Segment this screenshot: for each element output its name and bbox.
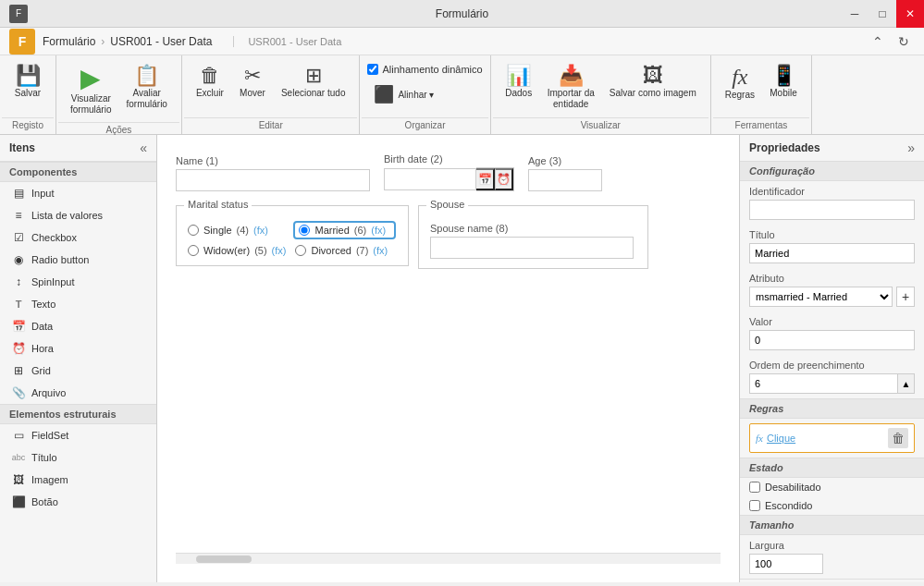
- salvar-imagem-label: Salvar como imagem: [610, 88, 696, 99]
- radio-married-label: Married: [314, 225, 349, 236]
- time-icon-button[interactable]: ⏰: [495, 168, 513, 190]
- radio-married-fx[interactable]: (fx): [371, 225, 386, 236]
- radio-widower-fx[interactable]: (fx): [272, 245, 287, 256]
- importar-button[interactable]: 📥 Importar daentidade: [541, 61, 601, 115]
- dados-label: Dados: [505, 88, 532, 99]
- radio-divorced-input[interactable]: [295, 245, 306, 256]
- sidebar-item-grid-label: Grid: [31, 365, 51, 376]
- sidebar-item-texto[interactable]: T Texto: [0, 293, 156, 315]
- sidebar-item-radio[interactable]: ◉ Radio button: [0, 249, 156, 271]
- dados-button[interactable]: 📊 Dados: [499, 61, 539, 104]
- sidebar-item-imagem[interactable]: 🖼 Imagem: [0, 469, 156, 491]
- props-regras-delete-button[interactable]: 🗑: [888, 428, 908, 448]
- refresh-button[interactable]: ↻: [893, 31, 915, 53]
- props-largura-row: Largura: [740, 535, 924, 579]
- age-input[interactable]: [528, 169, 602, 191]
- sidebar-item-fieldset[interactable]: ▭ FieldSet: [0, 424, 156, 446]
- sidebar-collapse-button[interactable]: «: [140, 140, 147, 155]
- props-escondido-check[interactable]: [749, 500, 760, 511]
- props-valor-input[interactable]: [749, 330, 915, 350]
- name-input[interactable]: [176, 169, 370, 191]
- regras-button[interactable]: fx Regras: [719, 61, 761, 105]
- alinhamento-label: Alinhamento dinâmico: [382, 64, 482, 75]
- sidebar-item-lista[interactable]: ≡ Lista de valores: [0, 204, 156, 226]
- spouse-name-field: Spouse name (8): [430, 223, 634, 259]
- selecionar-tudo-label: Selecionar tudo: [281, 88, 346, 99]
- sidebar-item-botao[interactable]: ⬛ Botão: [0, 491, 156, 513]
- props-identificador-input[interactable]: [749, 200, 915, 220]
- maximize-button[interactable]: □: [869, 0, 896, 28]
- importar-label: Importar daentidade: [548, 88, 595, 110]
- props-desabilitado-row[interactable]: Desabilitado: [740, 478, 924, 496]
- sidebar-item-grid[interactable]: ⊞ Grid: [0, 360, 156, 382]
- alinhar-button[interactable]: ⬛ Alinhar ▾: [367, 81, 440, 109]
- avaliar-formulario-button[interactable]: 📋 Avaliarformulário: [119, 61, 173, 115]
- props-ordem-label: Ordem de preenchimento: [749, 360, 915, 371]
- title-bar-controls: ─ □ ✕: [841, 0, 924, 28]
- excluir-button[interactable]: 🗑 Excluir: [190, 61, 230, 104]
- breadcrumb-sub: USR001 - User Data: [233, 36, 341, 47]
- props-configuracao-title: Configuração: [740, 162, 924, 181]
- titulo-icon: abc: [11, 450, 26, 465]
- props-header: Propriedades »: [740, 135, 924, 162]
- selecionar-tudo-button[interactable]: ⊞ Selecionar tudo: [275, 61, 352, 104]
- props-ordem-up-button[interactable]: ▲: [898, 373, 915, 394]
- delete-icon: 🗑: [200, 66, 220, 86]
- props-largura-input[interactable]: [749, 554, 823, 574]
- props-atributo-select[interactable]: msmarried - Married: [749, 287, 893, 307]
- spininput-icon: ↕: [11, 275, 26, 289]
- radio-married[interactable]: Married (6) (fx): [295, 223, 393, 238]
- collapse-ribbon-button[interactable]: ⌃: [867, 31, 889, 53]
- alinhar-label: Alinhar ▾: [398, 90, 434, 101]
- input-icon: ▤: [11, 186, 26, 201]
- props-atributo-add-button[interactable]: +: [896, 287, 915, 307]
- radio-single-input[interactable]: [188, 225, 199, 236]
- sidebar-item-checkbox[interactable]: ☑ Checkbox: [0, 226, 156, 249]
- close-button[interactable]: ✕: [896, 0, 924, 28]
- minimize-button[interactable]: ─: [841, 0, 869, 28]
- birth-date-label: Birth date (2): [384, 153, 514, 165]
- props-expand-button[interactable]: »: [907, 140, 915, 155]
- sidebar-item-input[interactable]: ▤ Input: [0, 182, 156, 204]
- sidebar-item-arquivo[interactable]: 📎 Arquivo: [0, 382, 156, 404]
- spouse-name-input[interactable]: [430, 237, 634, 259]
- alinhamento-check[interactable]: [367, 64, 378, 75]
- props-desabilitado-check[interactable]: [749, 482, 760, 493]
- mover-label: Mover: [240, 88, 265, 99]
- calendar-icon-button[interactable]: 📅: [476, 168, 495, 190]
- salvar-imagem-button[interactable]: 🖼 Salvar como imagem: [603, 61, 703, 104]
- radio-divorced-label: Divorced: [311, 245, 351, 256]
- props-title: Propriedades: [749, 141, 820, 154]
- breadcrumb-root[interactable]: Formulário: [43, 35, 95, 48]
- texto-icon: T: [11, 297, 26, 311]
- radio-widower-input[interactable]: [188, 245, 199, 256]
- mover-button[interactable]: ✂ Mover: [232, 61, 273, 104]
- canvas-scrollbar[interactable]: [176, 553, 721, 564]
- radio-single-fx[interactable]: (fx): [253, 225, 268, 236]
- radio-divorced[interactable]: Divorced (7) (fx): [295, 245, 393, 256]
- props-ordem-input[interactable]: [749, 373, 898, 394]
- props-regras-clique-link[interactable]: Clique: [767, 433, 884, 444]
- sidebar-item-spininput[interactable]: ↕ SpinInput: [0, 271, 156, 293]
- birth-date-input[interactable]: [384, 168, 476, 190]
- alinhamento-check-label[interactable]: Alinhamento dinâmico: [367, 61, 482, 78]
- radio-single[interactable]: Single (4) (fx): [188, 223, 286, 238]
- sidebar-item-hora[interactable]: ⏰ Hora: [0, 337, 156, 360]
- props-escondido-row[interactable]: Escondido: [740, 496, 924, 515]
- marital-status-label: Marital status: [184, 199, 252, 210]
- save-button[interactable]: 💾 Salvar: [7, 61, 48, 104]
- radio-widower[interactable]: Widow(er) (5) (fx): [188, 245, 286, 256]
- breadcrumb-current[interactable]: USR001 - User Data: [110, 35, 212, 48]
- sidebar-item-fieldset-label: FieldSet: [31, 430, 68, 441]
- sidebar-item-titulo[interactable]: abc Título: [0, 446, 156, 469]
- spouse-group: Spouse Spouse name (8): [418, 205, 648, 269]
- scrollbar-thumb[interactable]: [196, 555, 252, 563]
- visualizar-formulario-button[interactable]: ▶ Visualizarformulário: [64, 61, 117, 120]
- play-icon: ▶: [80, 66, 101, 92]
- radio-married-input[interactable]: [299, 225, 310, 236]
- props-titulo-input[interactable]: [749, 243, 915, 263]
- mobile-button[interactable]: 📱 Mobile: [763, 61, 804, 104]
- radio-divorced-fx[interactable]: (fx): [373, 245, 388, 256]
- importar-icon: 📥: [559, 66, 584, 86]
- sidebar-item-data[interactable]: 📅 Data: [0, 315, 156, 337]
